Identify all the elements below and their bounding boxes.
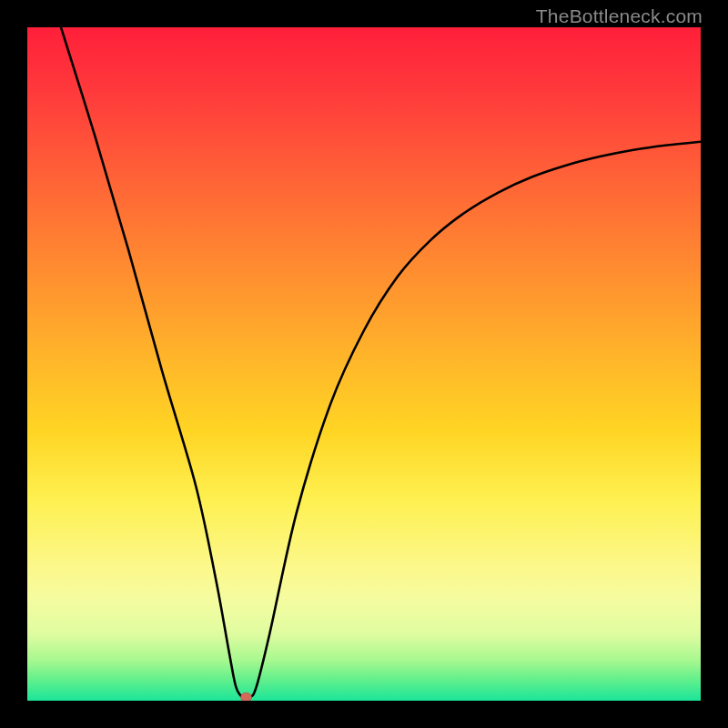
chart-frame: TheBottleneck.com (0, 0, 728, 728)
watermark-text: TheBottleneck.com (536, 5, 703, 27)
chart-svg (27, 27, 701, 701)
curve-line (61, 27, 701, 699)
curve-marker (241, 693, 252, 701)
plot-area (27, 27, 701, 701)
